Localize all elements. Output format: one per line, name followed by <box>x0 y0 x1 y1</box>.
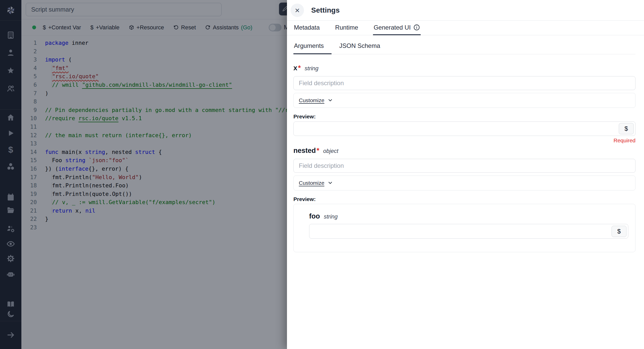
customize-expander[interactable]: Customize <box>293 176 635 190</box>
customize-expander[interactable]: Customize <box>293 93 635 108</box>
preview-label: Preview: <box>293 114 635 120</box>
info-icon <box>413 24 420 31</box>
insert-variable-button[interactable]: $ <box>619 123 634 134</box>
field-type: object <box>323 148 338 154</box>
field-label: x* string <box>293 64 635 72</box>
field-label: nested* object <box>293 147 635 155</box>
tab-generated-ui[interactable]: Generated UI <box>373 21 420 35</box>
panel-title: Settings <box>311 6 340 14</box>
subtab-json-schema[interactable]: JSON Schema <box>339 38 388 54</box>
nested-preview-box: foo string $ <box>293 204 635 252</box>
settings-header: × Settings <box>287 0 644 21</box>
field-description-input[interactable] <box>293 76 635 90</box>
close-icon[interactable]: × <box>291 4 304 17</box>
field-nested: nested* object Customize Preview: foo st… <box>293 147 635 252</box>
arguments-subtabs: ArgumentsJSON Schema <box>293 38 635 54</box>
windmill-script-editor: $ $+Context Var$+Variable+ResourceResetA… <box>0 0 644 349</box>
tab-metadata[interactable]: Metadata <box>293 21 320 35</box>
preview-input-wrap: $ <box>309 224 628 239</box>
settings-panel: × Settings MetadataRuntimeGenerated UI A… <box>287 0 644 349</box>
field-type: string <box>305 65 319 72</box>
field-description-input[interactable] <box>293 159 635 173</box>
chevron-down-icon <box>324 97 333 104</box>
required-asterisk: * <box>317 147 319 155</box>
field-name: x <box>293 64 297 72</box>
field-name: foo <box>309 212 320 220</box>
field-type: string <box>324 213 338 220</box>
subtab-arguments[interactable]: Arguments <box>293 38 332 54</box>
required-asterisk: * <box>298 64 301 72</box>
customize-label: Customize <box>299 180 324 186</box>
settings-tabs: MetadataRuntimeGenerated UI <box>287 21 644 35</box>
tab-runtime[interactable]: Runtime <box>335 21 359 35</box>
foo-preview-input[interactable] <box>309 224 628 238</box>
customize-label: Customize <box>299 97 324 103</box>
modal-overlay[interactable] <box>0 0 287 349</box>
preview-label: Preview: <box>293 196 635 202</box>
field-name: nested <box>293 147 316 155</box>
x-preview-input[interactable] <box>294 122 635 136</box>
tab-label: Runtime <box>335 24 358 31</box>
preview-input-wrap: $ <box>293 121 635 136</box>
field-x: x* string Customize Preview: $ Required <box>293 64 635 144</box>
tab-label: Metadata <box>294 24 320 31</box>
field-label: foo string <box>309 212 628 220</box>
generated-ui-content: ArgumentsJSON Schema x* string Customize… <box>287 35 644 252</box>
chevron-down-icon <box>324 180 333 186</box>
required-message: Required <box>293 137 635 144</box>
tab-label: Generated UI <box>374 24 411 31</box>
insert-variable-button[interactable]: $ <box>612 226 626 237</box>
